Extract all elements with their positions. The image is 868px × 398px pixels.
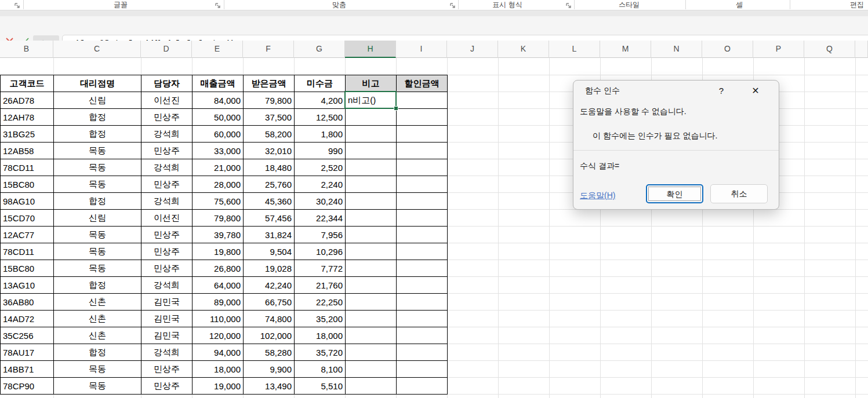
table-cell[interactable]: 26AD78 <box>1 92 54 109</box>
table-cell[interactable]: 13,490 <box>244 378 295 395</box>
column-header-D[interactable]: D <box>141 41 192 58</box>
table-cell[interactable]: 31BG25 <box>1 126 54 143</box>
table-cell[interactable] <box>397 294 448 311</box>
table-cell[interactable]: 18,000 <box>193 361 244 378</box>
table-cell[interactable]: 김민국 <box>141 294 193 311</box>
table-cell[interactable] <box>346 143 397 159</box>
dialog-launcher-icon[interactable] <box>215 1 221 8</box>
table-cell[interactable]: 60,000 <box>193 126 244 143</box>
table-cell[interactable] <box>397 176 448 193</box>
table-header-cell[interactable]: 비고 <box>346 75 397 92</box>
help-link[interactable]: 도움말(H) <box>580 191 615 201</box>
table-cell[interactable]: 목동 <box>54 227 141 243</box>
table-cell[interactable] <box>346 210 397 227</box>
table-cell[interactable]: 32,010 <box>244 143 295 159</box>
table-cell[interactable]: 30,240 <box>295 193 346 210</box>
table-cell[interactable]: 김민국 <box>141 327 193 344</box>
table-cell[interactable]: 33,000 <box>193 143 244 159</box>
table-cell[interactable]: 45,360 <box>244 193 295 210</box>
table-header-cell[interactable]: 미수금 <box>295 75 346 92</box>
table-cell[interactable] <box>397 260 448 277</box>
table-cell[interactable]: 민상주 <box>141 227 193 243</box>
table-cell[interactable]: 89,000 <box>193 294 244 311</box>
table-cell[interactable] <box>397 159 448 176</box>
fill-handle[interactable] <box>394 106 398 111</box>
table-cell[interactable]: 13AG10 <box>1 277 54 294</box>
table-cell[interactable]: 민상주 <box>141 109 193 126</box>
column-header-partial[interactable] <box>855 41 868 58</box>
table-cell[interactable]: 14AD72 <box>1 311 54 327</box>
table-cell[interactable]: 25,760 <box>244 176 295 193</box>
table-cell[interactable] <box>346 243 397 260</box>
table-cell[interactable]: 목동 <box>54 243 141 260</box>
dialog-help-icon[interactable]: ? <box>714 85 728 97</box>
table-cell[interactable] <box>397 126 448 143</box>
table-cell[interactable]: 50,000 <box>193 109 244 126</box>
table-cell[interactable]: 12AH78 <box>1 109 54 126</box>
table-cell[interactable]: 14BB71 <box>1 361 54 378</box>
table-cell[interactable] <box>397 227 448 243</box>
table-cell[interactable]: 35,200 <box>295 311 346 327</box>
table-header-cell[interactable]: 매출금액 <box>193 75 244 92</box>
table-cell[interactable]: 합정 <box>54 344 141 361</box>
table-cell[interactable] <box>346 344 397 361</box>
table-cell[interactable] <box>346 227 397 243</box>
table-cell[interactable]: 990 <box>295 143 346 159</box>
active-cell[interactable]: n비고() <box>344 91 397 109</box>
table-cell[interactable]: 26,800 <box>193 260 244 277</box>
table-cell[interactable]: 18,000 <box>295 327 346 344</box>
table-cell[interactable]: 15CD70 <box>1 210 54 227</box>
table-cell[interactable] <box>397 210 448 227</box>
table-cell[interactable]: 18,480 <box>244 159 295 176</box>
table-cell[interactable]: 1,800 <box>295 126 346 143</box>
table-cell[interactable]: 12AC77 <box>1 227 54 243</box>
column-header-O[interactable]: O <box>702 41 753 58</box>
table-cell[interactable]: 58,280 <box>244 344 295 361</box>
table-cell[interactable]: 신촌 <box>54 294 141 311</box>
table-cell[interactable]: 민상주 <box>141 378 193 395</box>
table-header-cell[interactable]: 할인금액 <box>397 75 448 92</box>
table-cell[interactable]: 민상주 <box>141 243 193 260</box>
table-cell[interactable]: 강석희 <box>141 277 193 294</box>
table-cell[interactable]: 21,760 <box>295 277 346 294</box>
table-cell[interactable]: 강석희 <box>141 159 193 176</box>
column-header-G[interactable]: G <box>294 41 345 58</box>
table-cell[interactable]: 강석희 <box>141 126 193 143</box>
table-cell[interactable]: 목동 <box>54 260 141 277</box>
table-cell[interactable]: 78CD11 <box>1 159 54 176</box>
table-cell[interactable]: 9,504 <box>244 243 295 260</box>
table-cell[interactable]: 22,344 <box>295 210 346 227</box>
column-header-C[interactable]: C <box>53 41 141 58</box>
table-cell[interactable]: 합정 <box>54 126 141 143</box>
table-cell[interactable] <box>346 277 397 294</box>
table-cell[interactable]: 35C256 <box>1 327 54 344</box>
column-header-I[interactable]: I <box>396 41 447 58</box>
table-cell[interactable] <box>397 361 448 378</box>
column-header-N[interactable]: N <box>651 41 702 58</box>
table-cell[interactable]: 이선진 <box>141 210 193 227</box>
column-header-J[interactable]: J <box>447 41 498 58</box>
table-cell[interactable]: 98AG10 <box>1 193 54 210</box>
table-cell[interactable]: 민상주 <box>141 176 193 193</box>
table-cell[interactable]: 19,000 <box>193 378 244 395</box>
table-header-cell[interactable]: 담당자 <box>141 75 193 92</box>
table-cell[interactable]: 37,500 <box>244 109 295 126</box>
table-cell[interactable]: 합정 <box>54 193 141 210</box>
table-cell[interactable]: 12,500 <box>295 109 346 126</box>
table-cell[interactable] <box>397 243 448 260</box>
table-cell[interactable]: 합정 <box>54 277 141 294</box>
table-cell[interactable]: 15BC80 <box>1 176 54 193</box>
column-header-Q[interactable]: Q <box>804 41 855 58</box>
table-cell[interactable]: 94,000 <box>193 344 244 361</box>
table-cell[interactable]: 78CP90 <box>1 378 54 395</box>
table-cell[interactable]: 민상주 <box>141 143 193 159</box>
table-cell[interactable]: 22,250 <box>295 294 346 311</box>
dialog-launcher-icon[interactable] <box>14 1 21 8</box>
table-cell[interactable]: 66,750 <box>244 294 295 311</box>
table-cell[interactable] <box>346 260 397 277</box>
table-cell[interactable] <box>346 311 397 327</box>
table-cell[interactable]: 4,200 <box>295 92 346 109</box>
table-cell[interactable]: 강석희 <box>141 193 193 210</box>
table-cell[interactable]: 강석희 <box>141 344 193 361</box>
table-cell[interactable]: 2,520 <box>295 159 346 176</box>
